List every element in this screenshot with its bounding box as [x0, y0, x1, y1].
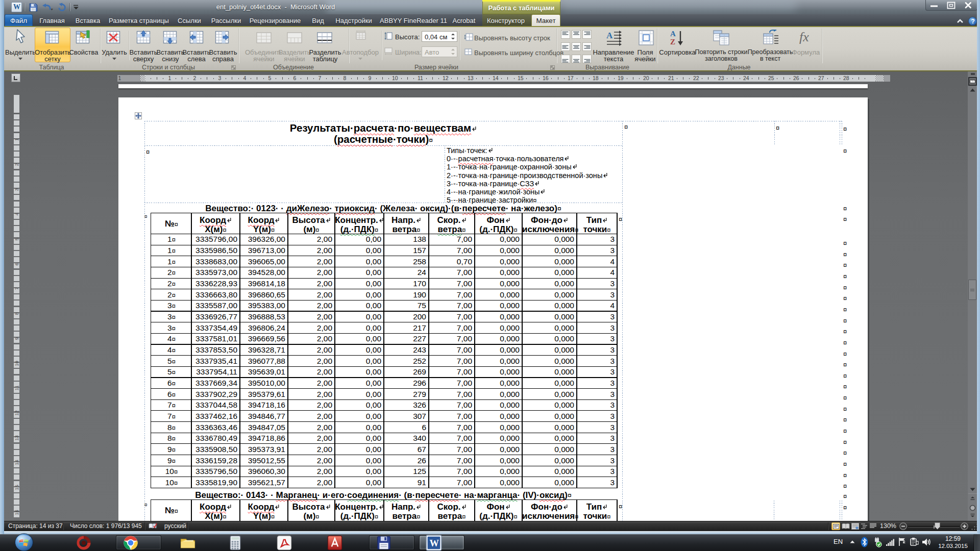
svg-text:Z: Z [670, 38, 675, 46]
svg-text:W: W [429, 538, 439, 548]
svg-text:A: A [670, 30, 676, 38]
svg-text:A: A [606, 31, 613, 40]
